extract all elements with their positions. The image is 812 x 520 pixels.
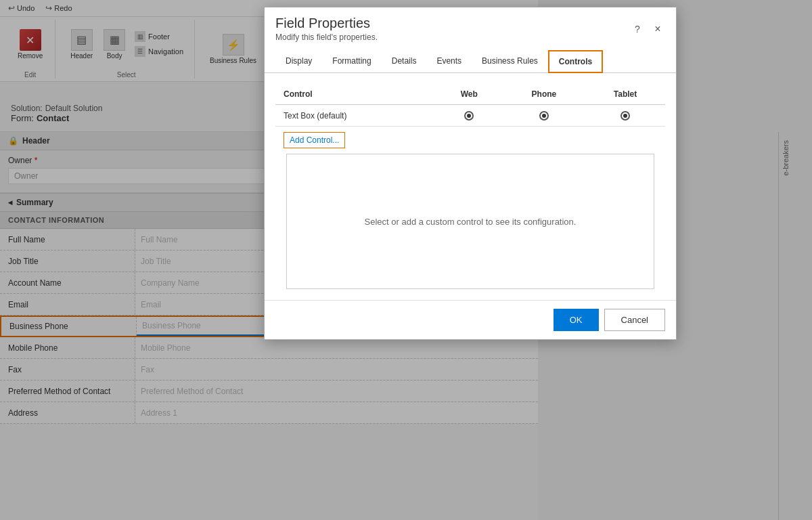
- dialog-body: Control Web Phone Tablet Text Box (defau…: [265, 73, 676, 300]
- phone-radio[interactable]: [539, 111, 549, 121]
- tab-business-rules[interactable]: Business Rules: [472, 50, 548, 73]
- tab-formatting[interactable]: Formatting: [322, 50, 381, 73]
- phone-radio-dot: [542, 114, 546, 118]
- tablet-radio[interactable]: [621, 111, 630, 121]
- tab-events[interactable]: Events: [426, 50, 472, 73]
- web-radio-cell[interactable]: [436, 105, 503, 127]
- field-properties-dialog: Field Properties Modify this field's pro…: [264, 7, 677, 340]
- cancel-button[interactable]: Cancel: [604, 309, 665, 331]
- col-header-web: Web: [436, 84, 503, 105]
- tab-controls[interactable]: Controls: [548, 50, 603, 73]
- tab-details[interactable]: Details: [382, 50, 427, 73]
- config-placeholder: Select or add a custom control to see it…: [365, 217, 577, 227]
- close-button[interactable]: ×: [650, 22, 665, 37]
- web-radio[interactable]: [464, 111, 474, 121]
- help-button[interactable]: ?: [630, 22, 645, 37]
- ok-button[interactable]: OK: [554, 309, 599, 331]
- col-header-phone: Phone: [503, 84, 585, 105]
- dialog-tabs: Display Formatting Details Events Busine…: [265, 50, 676, 73]
- tablet-radio-dot: [623, 114, 627, 118]
- phone-radio-cell[interactable]: [503, 105, 585, 127]
- web-radio-dot: [467, 114, 471, 118]
- dialog-title-section: Field Properties Modify this field's pro…: [275, 16, 630, 42]
- controls-table: Control Web Phone Tablet Text Box (defau…: [275, 84, 665, 127]
- add-control-link[interactable]: Add Control...: [284, 132, 345, 148]
- control-name-cell: Text Box (default): [275, 105, 436, 127]
- tab-display[interactable]: Display: [275, 50, 322, 73]
- controls-table-head: Control Web Phone Tablet: [275, 84, 665, 105]
- controls-table-body: Text Box (default): [275, 105, 665, 127]
- dialog-window-controls: ? ×: [630, 22, 665, 37]
- table-row: Text Box (default): [275, 105, 665, 127]
- dialog-subtitle: Modify this field's properties.: [275, 32, 630, 42]
- controls-table-header-row: Control Web Phone Tablet: [275, 84, 665, 105]
- config-area: Select or add a custom control to see it…: [286, 154, 654, 289]
- tablet-radio-cell[interactable]: [585, 105, 665, 127]
- dialog-titlebar: Field Properties Modify this field's pro…: [265, 7, 676, 45]
- col-header-control: Control: [275, 84, 436, 105]
- dialog-title: Field Properties: [275, 16, 630, 31]
- dialog-footer: OK Cancel: [265, 300, 676, 339]
- col-header-tablet: Tablet: [585, 84, 665, 105]
